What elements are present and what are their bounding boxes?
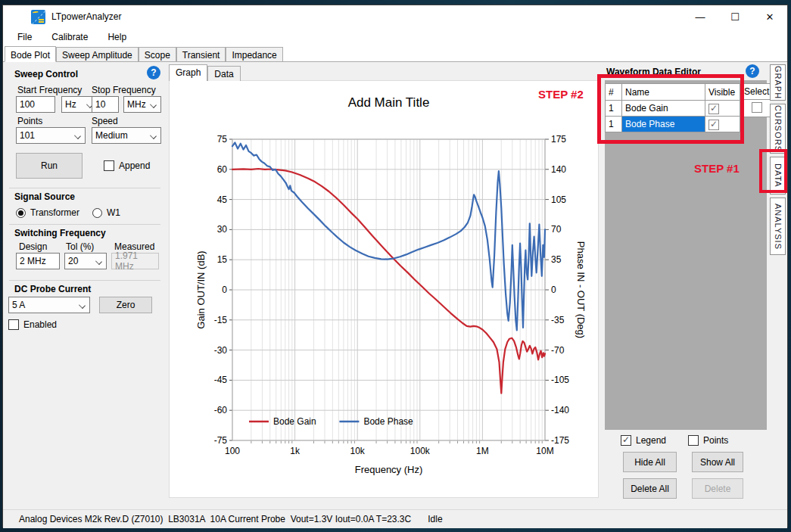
tab-impedance[interactable]: Impedance [226,47,282,61]
chevron-down-icon [74,132,81,139]
legend-entry: Bode Phase [363,416,413,427]
sweep-control-panel: Sweep Control ? Start Frequency Stop Fre… [3,62,167,509]
design-input[interactable]: 2 MHz [16,253,60,269]
stop-frequency-label: Stop Frequency [92,85,156,95]
run-button[interactable]: Run [16,153,83,179]
chevron-down-icon [150,101,157,108]
append-checkbox[interactable] [104,160,114,171]
signal-source-title: Signal Source [14,191,75,202]
select-column: Select [740,83,773,117]
status-bar: Analog Devices M2k Rev.D (Z7010) LB3031A… [3,509,787,528]
chevron-down-icon [95,258,102,265]
x-tick-label: 100k [410,446,431,456]
right-tick-label: -105 [551,375,569,385]
tol-select[interactable]: 20 [64,253,107,269]
stop-frequency-input[interactable]: 10 [92,96,119,113]
dc-probe-title: DC Probe Current [14,284,91,294]
app-icon [31,10,45,24]
points-label: Points [703,435,728,446]
right-axis-label: Phase IN - OUT (Deg) [575,241,587,338]
tab-graph[interactable]: Graph [169,64,207,81]
enabled-label: Enabled [23,319,57,330]
step1-annotation-label: STEP #1 [694,162,740,175]
right-tick-label: 140 [551,164,566,175]
menu-calibrate[interactable]: Calibrate [44,29,95,45]
left-tick-label: 0 [222,285,227,295]
left-tick-label: 30 [217,224,228,235]
points-select[interactable]: 101 [16,127,86,144]
step2-annotation-box [597,74,744,144]
transformer-label: Transformer [30,207,79,218]
left-tick-label: 45 [217,194,228,205]
right-tick-label: 175 [551,134,566,145]
col-select-header: Select [741,84,773,100]
bode-chart[interactable]: 7517560140451053070153500-15-35-30-70-45… [169,80,599,498]
tab-data[interactable]: Data [207,66,240,81]
maximize-button[interactable]: ☐ [718,5,752,28]
tab-bode-plot[interactable]: Bode Plot [5,46,56,62]
zero-button[interactable]: Zero [99,297,152,313]
left-tick-label: 60 [217,164,228,175]
side-tab-cursors[interactable]: CURSORS [770,104,786,154]
step1-annotation-box [759,149,787,193]
right-tick-label: -35 [551,315,565,325]
speed-select[interactable]: Medium [92,127,161,144]
x-tick-label: 10M [536,446,553,456]
right-tick-label: -70 [551,345,565,356]
delete-all-button[interactable]: Delete All [623,478,677,499]
left-tick-label: 15 [217,254,228,265]
left-axis-label: Gain OUT/IN (dB) [195,250,207,328]
status-text: Analog Devices M2k Rev.D (Z7010) LB3031A… [19,514,411,524]
w1-radio[interactable] [92,208,102,218]
tab-sweep-amplitude[interactable]: Sweep Amplitude [56,47,139,61]
speed-label: Speed [92,116,118,126]
x-tick-label: 100 [225,446,240,456]
w1-label: W1 [107,207,120,218]
bode-chart-canvas[interactable]: 7517560140451053070153500-15-35-30-70-45… [170,81,599,499]
status-state: Idle [428,514,442,524]
graph-tab-bar: Graph Data [169,64,241,81]
select-checkbox[interactable] [752,102,762,113]
tol-label: Tol (%) [66,241,94,252]
append-label: Append [119,160,150,171]
x-tick-label: 10k [350,446,366,456]
stop-frequency-unit-select[interactable]: MHz [123,96,161,113]
transformer-radio[interactable] [16,208,26,218]
chevron-down-icon [79,302,86,309]
bode-gain-curve [232,169,545,394]
left-tick-label: -30 [214,345,228,356]
side-tab-graph[interactable]: GRAPH [770,64,786,101]
menu-file[interactable]: File [10,29,39,45]
right-tick-label: -140 [551,405,569,415]
side-tab-analysis[interactable]: ANALYSIS [770,198,786,255]
tab-scope[interactable]: Scope [139,47,176,61]
points-checkbox[interactable] [688,435,699,446]
left-tick-label: -15 [214,315,228,325]
step2-annotation-label: STEP #2 [538,88,584,101]
minimize-button[interactable]: — [683,5,718,28]
chart-title[interactable]: Add Main Title [348,95,430,110]
legend-checkbox[interactable] [621,435,631,446]
window-title: LTpowerAnalyzer [51,11,121,22]
menu-bar: File Calibrate Help [3,28,787,46]
tab-transient[interactable]: Transient [176,47,226,61]
left-tick-label: 75 [217,134,228,145]
enabled-checkbox[interactable] [8,319,19,330]
show-all-button[interactable]: Show All [692,452,743,472]
points-label: Points [17,116,42,126]
menu-help[interactable]: Help [100,29,134,45]
left-tick-label: -60 [214,405,228,415]
dc-probe-current-select[interactable]: 5 A [8,297,90,313]
right-tick-label: 0 [551,285,556,295]
start-frequency-input[interactable]: 100 [16,96,55,113]
sweep-control-title: Sweep Control [14,69,78,79]
waveform-editor-help-icon[interactable]: ? [746,64,759,78]
right-tick-label: 35 [551,254,562,265]
close-button[interactable]: ✕ [752,5,787,28]
sweep-help-icon[interactable]: ? [147,66,160,79]
hide-all-button[interactable]: Hide All [623,452,677,472]
switching-frequency-title: Switching Frequency [14,228,106,238]
measured-field: 1.971 MHz [111,253,159,269]
delete-button[interactable]: Delete [692,478,743,499]
x-tick-label: 1k [290,446,301,456]
